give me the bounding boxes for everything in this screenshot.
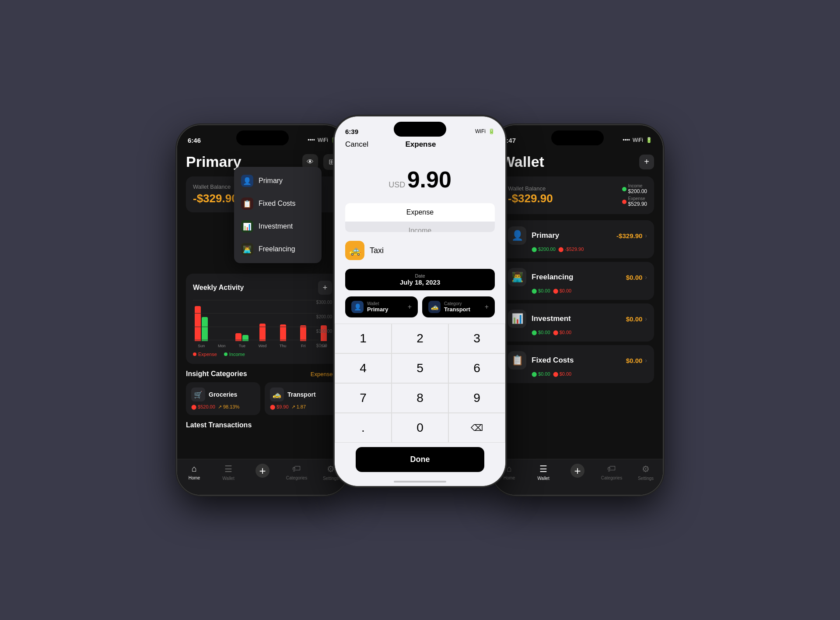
status-icons-right: •••• WiFi 🔋 <box>623 137 652 143</box>
tab-add-left[interactable]: + <box>245 464 280 478</box>
legend-income: Income <box>224 352 245 357</box>
key-9[interactable]: 9 <box>448 383 505 413</box>
dropdown-label-investment: Investment <box>259 222 293 230</box>
dropdown-item-fixedcosts[interactable]: 📋 Fixed Costs <box>234 192 322 215</box>
dropdown-item-freelancing[interactable]: 👨‍💻 Freelancing <box>234 238 322 261</box>
wallet-pill-plus: + <box>408 303 412 311</box>
dropdown-item-investment[interactable]: 📊 Investment <box>234 215 322 238</box>
wi-amount-fixedcosts: $0.00 <box>626 357 643 364</box>
wi-name-primary: Primary <box>532 231 559 240</box>
tab-settings-right[interactable]: ⚙ Settings <box>629 464 663 481</box>
cancel-button[interactable]: Cancel <box>345 140 368 149</box>
key-2[interactable]: 2 <box>392 324 448 353</box>
key-6[interactable]: 6 <box>448 353 505 383</box>
key-0[interactable]: 0 <box>392 413 448 443</box>
dropdown-item-primary[interactable]: 👤 Primary <box>234 169 322 192</box>
key-3[interactable]: 3 <box>448 324 505 353</box>
rb-amount: -$329.90 <box>508 192 553 205</box>
wi-income-primary: ⬤ $200.00 <box>532 247 556 252</box>
wallet-category-row: 👤 Wallet Primary + 🚕 Category Transport <box>335 290 505 324</box>
wallet-pill-label: Wallet <box>367 301 404 306</box>
status-time-center: 6:39 <box>345 128 358 135</box>
bar-group-wed: Wed <box>254 324 271 348</box>
tab-categories-right[interactable]: 🏷 Categories <box>595 464 629 480</box>
key-dot[interactable]: . <box>335 413 392 443</box>
date-value: July 18, 2023 <box>354 278 486 286</box>
wallet-item-fixedcosts[interactable]: 📋 Fixed Costs $0.00 › ⬤ $0.00 ⬤ $0.00 <box>501 345 654 383</box>
wi-name-investment: Investment <box>532 314 571 323</box>
right-header: Wallet + <box>501 153 654 170</box>
home-label-left: Home <box>189 476 200 480</box>
wallet-item-primary[interactable]: 👤 Primary -$329.90 › ⬤ $200.00 ⬤ -$529.9… <box>501 220 654 258</box>
fixedcosts-icon: 📋 <box>241 197 253 210</box>
wi-expense-freelancing: ⬤ $0.00 <box>553 288 572 294</box>
key-7[interactable]: 7 <box>335 383 392 413</box>
bar-tue-income <box>242 335 248 341</box>
tab-home-left[interactable]: ⌂ Home <box>177 464 211 480</box>
wi-stats-investment: ⬤ $0.00 ⬤ $0.00 <box>532 330 647 335</box>
latest-transactions-title: Latest Transactions <box>186 421 339 429</box>
legend-dot-expense <box>193 352 196 356</box>
key-1[interactable]: 1 <box>335 324 392 353</box>
type-selector: Expense Income <box>345 203 495 232</box>
key-8[interactable]: 8 <box>392 383 448 413</box>
wi-top-freelancing: 👨‍💻 Freelancing $0.00 › <box>508 268 647 286</box>
center-content: Cancel Expense USD 9.90 Expense Income 🚕… <box>335 116 505 486</box>
bar-wed-expense <box>259 324 266 341</box>
wallet-pill[interactable]: 👤 Wallet Primary + <box>345 296 418 317</box>
wi-stats-fixedcosts: ⬤ $0.00 ⬤ $0.00 <box>532 371 647 377</box>
taxi-icon: 🚕 <box>345 241 364 260</box>
transport-name: Transport <box>287 391 316 398</box>
categories-icon-right: 🏷 <box>607 464 616 474</box>
add-icon-right[interactable]: + <box>570 464 584 478</box>
wallet-title: Wallet <box>501 153 544 170</box>
wallet-item-freelancing[interactable]: 👨‍💻 Freelancing $0.00 › ⬤ $0.00 ⬤ $0.00 <box>501 262 654 300</box>
investment-icon: 📊 <box>241 220 253 232</box>
add-wallet-btn[interactable]: + <box>639 155 654 169</box>
bar-group-tue: Tue <box>234 333 251 348</box>
bar-label-thu: Thu <box>280 344 287 348</box>
wallet-item-investment[interactable]: 📊 Investment $0.00 › ⬤ $0.00 ⬤ $0.00 <box>501 303 654 342</box>
expense-option[interactable]: Expense <box>345 203 495 222</box>
wi-right-freelancing: $0.00 › <box>626 274 647 281</box>
wi-icon-primary: 👤 <box>508 226 526 245</box>
weekly-activity-title: Weekly Activity <box>193 284 244 292</box>
tab-wallet-right[interactable]: ☰ Wallet <box>526 464 560 481</box>
insight-card-groceries[interactable]: 🛒 Groceries ⬤ $520.00 ↗ 98.13% <box>186 382 260 415</box>
status-icons-center: WiFi 🔋 <box>475 128 495 134</box>
dropdown-label-fixedcosts: Fixed Costs <box>259 200 295 208</box>
key-backspace[interactable]: ⌫ <box>448 413 505 443</box>
income-option[interactable]: Income <box>345 222 495 232</box>
chart-labels-y: $300.00 $200.00 $100.00 $0.00 <box>316 300 332 348</box>
category-pill-value: Transport <box>444 306 481 313</box>
wallet-list: 👤 Primary -$329.90 › ⬤ $200.00 ⬤ -$529.9… <box>501 220 654 383</box>
chart-area: Sun Mon <box>193 300 332 348</box>
wi-income-fixedcosts: ⬤ $0.00 <box>532 371 550 377</box>
dynamic-island-center <box>394 122 446 137</box>
tab-add-right[interactable]: + <box>560 464 595 478</box>
right-content: Wallet + Wallet Balance -$329.90 Income <box>492 125 663 495</box>
bar-label-sun: Sun <box>198 344 205 348</box>
tab-wallet-left[interactable]: ☰ Wallet <box>211 464 245 481</box>
wi-right-investment: $0.00 › <box>626 315 647 323</box>
amount-value: 9.90 <box>407 167 452 192</box>
tab-categories-left[interactable]: 🏷 Categories <box>280 464 314 480</box>
weekly-activity-card: Weekly Activity + <box>186 274 339 364</box>
freelancing-icon: 👨‍💻 <box>241 243 253 255</box>
primary-icon: 👤 <box>241 175 253 187</box>
key-4[interactable]: 4 <box>335 353 392 383</box>
wi-top-fixedcosts: 📋 Fixed Costs $0.00 › <box>508 351 647 370</box>
key-5[interactable]: 5 <box>392 353 448 383</box>
done-button[interactable]: Done <box>356 447 484 472</box>
insight-card-transport[interactable]: 🚕 Transport ⬤ $9.90 ↗ 1.87 <box>265 382 339 415</box>
phone-center: 6:39 WiFi 🔋 Cancel Expense USD 9.90 Ex <box>335 116 505 486</box>
bar-fri-expense <box>300 325 306 341</box>
wi-expense-primary: ⬤ -$529.90 <box>558 247 584 252</box>
add-icon-left[interactable]: + <box>256 464 270 478</box>
date-pill[interactable]: Date July 18, 2023 <box>345 269 495 290</box>
wi-amount-freelancing: $0.00 <box>626 274 643 281</box>
add-activity-btn[interactable]: + <box>318 281 332 295</box>
chart-bars: Sun Mon <box>193 306 332 348</box>
category-pill[interactable]: 🚕 Category Transport + <box>422 296 495 317</box>
wi-top-primary: 👤 Primary -$329.90 › <box>508 226 647 245</box>
